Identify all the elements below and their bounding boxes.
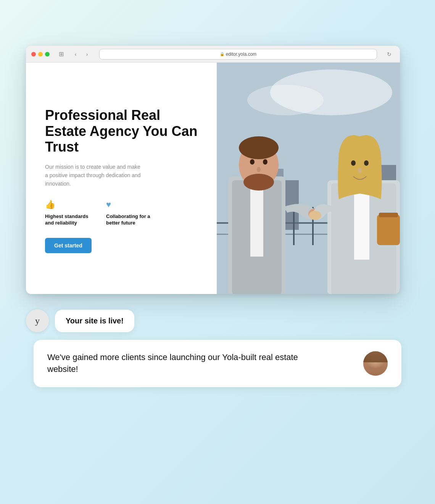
website-left-panel: Professional Real Estate Agency You Can … [26,63,217,294]
feature-collaborating-label: Collaborating for a better future [106,213,152,226]
svg-point-26 [250,159,255,165]
url-bar[interactable]: 🔒 editor.yola.com [99,49,377,60]
svg-point-34 [351,160,356,166]
maximize-button[interactable] [45,52,50,57]
url-text: editor.yola.com [226,52,257,57]
svg-rect-38 [377,215,400,245]
features-row: 👍 Highest standards and reliability ♥ Co… [45,200,198,226]
testimonial-text: We've gained more clients since launchin… [47,352,307,375]
heart-icon: ♥ [106,200,152,210]
feature-standards: 👍 Highest standards and reliability [45,200,91,226]
svg-point-2 [247,85,324,115]
minimize-button[interactable] [38,52,43,57]
website-photo-panel: Unsplash Unsplash Unsplash Unsplash Unsp… [217,63,400,294]
notification-text: Your site is live! [66,317,124,325]
forward-button[interactable]: › [82,49,92,60]
site-description: Our mission is to create value and make … [45,163,144,188]
reload-button[interactable]: ↻ [384,49,395,60]
testimonial-bubble: We've gained more clients since launchin… [34,340,401,387]
svg-point-24 [239,136,279,159]
yola-avatar: y [26,309,49,332]
close-button[interactable] [31,52,36,57]
handshake-illustration [217,63,400,294]
yola-avatar-letter: y [35,316,40,326]
browser-toolbar: ⊞ ‹ › 🔒 editor.yola.com ↻ [26,46,400,63]
back-button[interactable]: ‹ [70,49,81,60]
svg-point-28 [257,167,261,172]
traffic-lights [31,52,50,57]
feature-standards-label: Highest standards and reliability [45,213,91,226]
svg-point-35 [364,160,369,166]
nav-arrows: ‹ › [70,49,92,60]
svg-rect-22 [250,180,263,257]
notification-bubble: Your site is live! [55,310,134,332]
thumbs-up-icon: 👍 [45,200,91,210]
avatar-hair [363,351,388,362]
svg-point-37 [309,211,321,220]
website-content: Professional Real Estate Agency You Can … [26,63,400,294]
svg-rect-14 [293,207,295,245]
browser-window: ⊞ ‹ › 🔒 editor.yola.com ↻ Professional R… [26,46,400,294]
svg-point-36 [358,168,362,173]
user-avatar [363,351,388,376]
bottom-section: y Your site is live! We've gained more c… [0,302,435,395]
site-headline: Professional Real Estate Agency You Can … [45,107,198,155]
yola-notification: y Your site is live! [26,309,409,332]
get-started-button[interactable]: Get started [45,238,92,253]
feature-collaborating: ♥ Collaborating for a better future [106,200,152,226]
svg-point-25 [243,174,274,191]
sidebar-toggle-button[interactable]: ⊞ [56,49,66,60]
svg-point-27 [263,159,267,165]
lock-icon: 🔒 [220,52,224,56]
